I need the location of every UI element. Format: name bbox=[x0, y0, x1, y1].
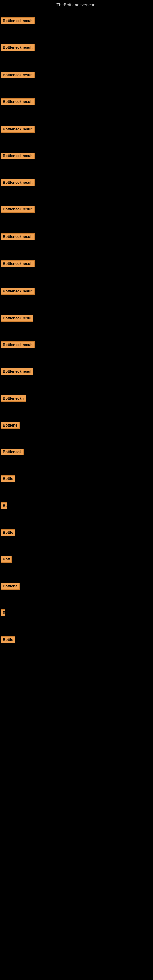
bottleneck-result-badge[interactable]: Bottleneck resul bbox=[1, 368, 33, 375]
bottleneck-result-badge[interactable]: Bottleneck result bbox=[1, 44, 35, 51]
bottleneck-result-badge[interactable]: Bottleneck bbox=[1, 449, 24, 455]
bottleneck-result-badge[interactable]: Bottle bbox=[1, 636, 15, 643]
bottleneck-result-badge[interactable]: Bo bbox=[1, 502, 7, 509]
bottleneck-result-badge[interactable]: Bottleneck result bbox=[1, 179, 35, 186]
bottleneck-result-row: Bottleneck resul bbox=[1, 368, 33, 376]
bottleneck-result-row: Bottleneck result bbox=[1, 98, 35, 106]
bottleneck-result-row: Bottle bbox=[1, 636, 15, 644]
bottleneck-result-badge[interactable]: Bottleneck result bbox=[1, 126, 35, 133]
bottleneck-result-badge[interactable]: Bottle bbox=[1, 475, 15, 482]
bottleneck-result-badge[interactable]: Bottleneck result bbox=[1, 98, 35, 105]
bottleneck-result-badge[interactable]: Bottleneck result bbox=[1, 288, 35, 294]
bottleneck-result-badge[interactable]: Bottlene bbox=[1, 583, 19, 590]
bottleneck-result-row: Bottle bbox=[1, 475, 15, 483]
bottleneck-result-badge[interactable]: Bottleneck r bbox=[1, 395, 26, 402]
bottleneck-result-row: Bottleneck result bbox=[1, 126, 35, 134]
bottleneck-result-badge[interactable]: Bottleneck result bbox=[1, 72, 35, 78]
bottleneck-result-badge[interactable]: B bbox=[1, 609, 5, 616]
bottleneck-result-badge[interactable]: Bottleneck result bbox=[1, 18, 35, 24]
bottleneck-result-row: Bottleneck result bbox=[1, 288, 35, 296]
bottleneck-result-row: Bottleneck bbox=[1, 449, 24, 457]
bottleneck-result-row: Bottleneck result bbox=[1, 233, 35, 241]
site-title: TheBottlenecker.com bbox=[0, 0, 153, 10]
bottleneck-result-badge[interactable]: Bottleneck result bbox=[1, 233, 35, 240]
bottleneck-result-row: Bottleneck result bbox=[1, 342, 35, 350]
bottleneck-result-row: Bottleneck result bbox=[1, 153, 35, 161]
bottleneck-result-row: Bott bbox=[1, 556, 12, 564]
bottleneck-result-row: Bottlene bbox=[1, 583, 19, 591]
bottleneck-result-badge[interactable]: Bottleneck result bbox=[1, 260, 35, 267]
bottleneck-result-badge[interactable]: Bottleneck result bbox=[1, 342, 35, 348]
bottleneck-result-row: Bottleneck resul bbox=[1, 315, 33, 323]
bottleneck-result-row: Bottlene bbox=[1, 422, 19, 430]
bottleneck-result-badge[interactable]: Bott bbox=[1, 556, 12, 563]
bottleneck-result-row: Bottleneck result bbox=[1, 44, 35, 52]
bottleneck-result-row: Bottleneck result bbox=[1, 260, 35, 268]
bottleneck-result-row: Bottle bbox=[1, 529, 15, 537]
bottleneck-result-row: B bbox=[1, 609, 5, 617]
bottleneck-result-row: Bottleneck result bbox=[1, 72, 35, 80]
bottleneck-result-badge[interactable]: Bottleneck resul bbox=[1, 315, 33, 321]
bottleneck-result-row: Bottleneck result bbox=[1, 206, 35, 214]
bottleneck-result-badge[interactable]: Bottleneck result bbox=[1, 206, 35, 213]
bottleneck-result-row: Bottleneck result bbox=[1, 179, 35, 187]
bottleneck-result-badge[interactable]: Bottle bbox=[1, 529, 15, 536]
bottleneck-result-row: Bottleneck r bbox=[1, 395, 26, 403]
bottleneck-result-row: Bottleneck result bbox=[1, 18, 35, 25]
bottleneck-result-badge[interactable]: Bottlene bbox=[1, 422, 19, 429]
bottleneck-result-row: Bo bbox=[1, 502, 7, 510]
bottleneck-result-badge[interactable]: Bottleneck result bbox=[1, 153, 35, 159]
